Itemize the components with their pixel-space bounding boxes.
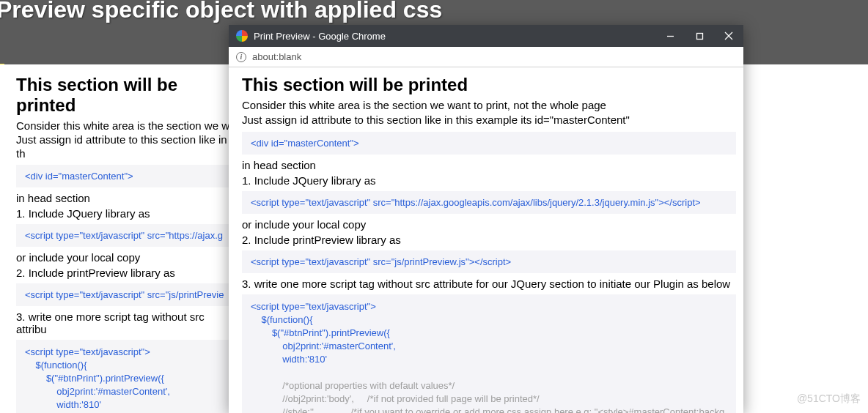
intro-line-1: Consider this white area is the section … (242, 98, 736, 113)
step-text: 2. Include printPreview library as (16, 267, 236, 279)
address-bar[interactable]: i about:blank (229, 47, 743, 67)
code-snippet-multiline: <script type="text/javascript"> $(functi… (242, 294, 736, 413)
section-title: This section will be printed (16, 75, 236, 116)
section-title: This section will be printed (242, 75, 736, 95)
code-snippet: <div id="masterContent"> (242, 132, 736, 155)
window-titlebar[interactable]: Print Preview - Google Chrome (229, 25, 743, 47)
step-text: 3. write one more script tag without src… (16, 310, 236, 335)
step-text: 3. write one more script tag without src… (242, 278, 736, 290)
url-text: about:blank (252, 51, 301, 62)
print-preview-content: This section will be printed Consider th… (242, 75, 736, 413)
intro-line-1: Consider this white area is the section … (16, 119, 236, 133)
code-snippet: <script type="text/javascript" src="http… (16, 224, 236, 247)
code-snippet: <script type="text/javascript" src="js/p… (242, 250, 736, 273)
minimize-button[interactable] (655, 25, 685, 47)
step-text: or include your local copy (16, 251, 236, 264)
step-text: or include your local copy (242, 218, 736, 231)
info-icon[interactable]: i (236, 52, 246, 62)
background-article: This section will be printed Consider th… (0, 64, 229, 413)
chrome-icon (236, 30, 248, 42)
step-text: in head section (242, 159, 736, 171)
watermark: @51CTO博客 (797, 392, 861, 406)
code-snippet: <script type="text/javascript" src="js/p… (16, 283, 236, 306)
print-preview-window: Print Preview - Google Chrome i about:bl… (229, 25, 743, 413)
page-heading: Preview specific object with applied css (0, 0, 442, 23)
window-title: Print Preview - Google Chrome (254, 31, 655, 42)
code-snippet: <div id="masterContent"> (16, 165, 236, 187)
step-text: in head section (16, 192, 236, 204)
code-snippet: <script type="text/javascript" src="http… (242, 191, 736, 214)
maximize-button[interactable] (685, 25, 714, 47)
svg-rect-1 (696, 33, 702, 39)
step-text: 2. Include printPreview library as (242, 234, 736, 246)
step-text: 1. Include JQuery library as (242, 174, 736, 187)
intro-line-2: Just assign id attribute to this section… (16, 133, 236, 160)
code-snippet-multiline: <script type="text/javascript"> $(functi… (16, 340, 236, 413)
intro-line-2: Just assign id attribute to this section… (242, 113, 736, 127)
step-text: 1. Include JQuery library as (16, 207, 236, 220)
close-button[interactable] (714, 25, 743, 47)
